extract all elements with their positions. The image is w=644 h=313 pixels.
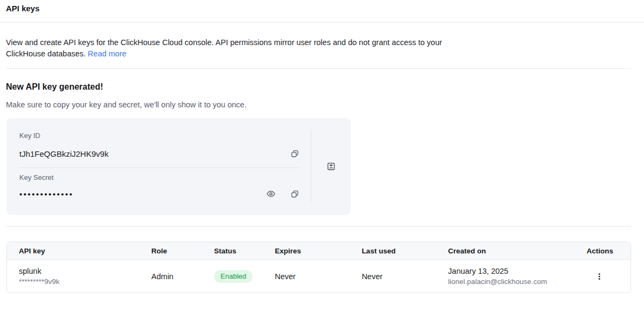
header-divider [0, 22, 644, 23]
api-key-name: splunk [19, 267, 152, 276]
col-header-last-used: Last used [362, 247, 448, 255]
page-description: View and create API keys for the ClickHo… [6, 37, 446, 60]
copy-icon [290, 149, 299, 158]
download-credentials-button[interactable] [326, 161, 337, 172]
new-key-heading: New API key generated! [6, 82, 644, 92]
api-key-masked: *********9v9k [19, 278, 152, 286]
download-icon [326, 162, 336, 171]
col-header-created-on: Created on [448, 247, 584, 255]
col-header-expires: Expires [275, 247, 362, 255]
status-badge: Enabled [214, 270, 253, 283]
api-key-expires: Never [275, 272, 362, 281]
col-header-status: Status [214, 247, 275, 255]
copy-secret-button[interactable] [289, 188, 300, 199]
read-more-link[interactable]: Read more [88, 49, 126, 58]
key-fields: Key ID tJh1FeQGBkziJ2HK9v9k Key Secret •… [6, 118, 311, 215]
key-id-value: tJh1FeQGBkziJ2HK9v9k [19, 149, 109, 158]
reveal-secret-button[interactable] [266, 188, 276, 199]
api-key-role: Admin [152, 272, 214, 281]
key-secret-value: ••••••••••••• [19, 190, 74, 199]
col-header-api-key: API key [7, 247, 152, 255]
row-actions-button[interactable] [593, 270, 606, 283]
table-section-divider [6, 226, 631, 227]
new-key-subheading: Make sure to copy your key and secret, w… [6, 99, 644, 110]
generated-key-card: Key ID tJh1FeQGBkziJ2HK9v9k Key Secret •… [6, 118, 350, 215]
eye-icon [266, 189, 276, 199]
description-text: View and create API keys for the ClickHo… [6, 38, 442, 58]
page-title: API keys [0, 0, 644, 13]
col-header-actions: Actions [583, 247, 631, 255]
copy-key-id-button[interactable] [289, 148, 300, 159]
created-by-email: lionel.palacin@clickhouse.com [448, 278, 584, 286]
table-row: splunk *********9v9k Admin Enabled Never… [7, 260, 631, 293]
created-date: January 13, 2025 [448, 267, 584, 276]
api-keys-table: API key Role Status Expires Last used Cr… [6, 242, 631, 293]
key-secret-label: Key Secret [19, 173, 300, 181]
section-divider [6, 68, 631, 69]
copy-icon [290, 190, 299, 199]
kebab-menu-icon [595, 272, 604, 281]
api-key-last-used: Never [362, 272, 448, 281]
col-header-role: Role [152, 247, 214, 255]
table-header-row: API key Role Status Expires Last used Cr… [7, 242, 631, 260]
card-divider [19, 168, 300, 168]
key-id-label: Key ID [19, 132, 300, 140]
